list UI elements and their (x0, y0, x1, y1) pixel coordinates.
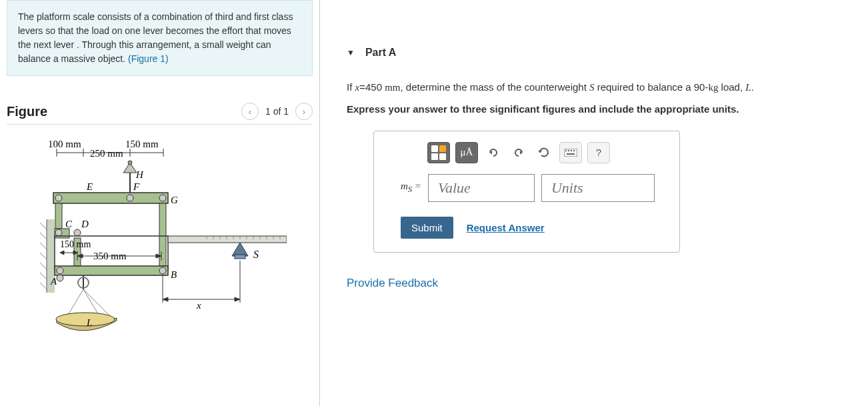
caret-down-icon: ▼ (347, 48, 355, 57)
question-text: If x=450 mm, determine the mass of the c… (347, 79, 855, 97)
svg-rect-90 (567, 153, 575, 155)
redo-button[interactable] (509, 142, 529, 163)
svg-text:B: B (171, 269, 177, 280)
keyboard-button[interactable] (559, 142, 582, 163)
figure-link[interactable]: (Figure 1) (128, 53, 169, 64)
svg-marker-58 (60, 251, 64, 255)
submit-button[interactable]: Submit (401, 217, 453, 239)
symbols-button[interactable]: μÅ (455, 142, 478, 163)
svg-text:100 mm: 100 mm (48, 139, 81, 149)
svg-rect-28 (55, 203, 62, 229)
svg-text:D: D (81, 219, 89, 229)
variable-label: mS = (401, 181, 421, 195)
svg-point-21 (55, 195, 62, 201)
problem-statement: The platform scale consists of a combina… (7, 0, 313, 76)
answer-box: μÅ ? mS = Submit Request Answer (373, 131, 680, 253)
svg-line-4 (40, 243, 47, 249)
help-button[interactable]: ? (587, 142, 610, 163)
svg-text:L: L (86, 317, 92, 328)
units-input[interactable] (541, 174, 655, 202)
svg-line-5 (40, 253, 47, 259)
svg-marker-80 (235, 297, 240, 301)
svg-text:S: S (253, 249, 259, 260)
svg-rect-19 (53, 193, 168, 203)
svg-text:150 mm: 150 mm (125, 139, 159, 149)
part-title: Part A (365, 47, 397, 59)
svg-text:C: C (65, 219, 73, 229)
svg-rect-40 (168, 236, 287, 243)
svg-point-31 (55, 229, 62, 236)
figure-navigation: ‹ 1 of 1 › (241, 103, 313, 120)
svg-text:150 mm: 150 mm (60, 239, 91, 249)
svg-text:G: G (171, 195, 178, 205)
answer-toolbar: μÅ ? (427, 142, 666, 163)
svg-point-32 (74, 229, 81, 236)
svg-point-18 (128, 161, 132, 165)
templates-button[interactable] (427, 142, 450, 163)
svg-text:F: F (133, 181, 140, 192)
svg-point-23 (159, 195, 166, 201)
svg-marker-79 (163, 297, 168, 301)
figure-counter: 1 of 1 (263, 106, 291, 117)
svg-rect-85 (564, 149, 577, 157)
svg-marker-84 (538, 151, 542, 153)
provide-feedback-link[interactable]: Provide Feedback (347, 277, 855, 290)
svg-rect-89 (573, 150, 575, 151)
undo-button[interactable] (483, 142, 503, 163)
svg-point-74 (56, 313, 115, 326)
svg-line-8 (40, 283, 47, 289)
svg-text:A: A (50, 276, 57, 287)
figure-title: Figure (7, 104, 47, 119)
svg-marker-53 (232, 243, 248, 256)
figure-diagram: 100 mm 250 mm 150 mm H E F G (7, 133, 287, 359)
svg-rect-54 (235, 255, 245, 259)
svg-rect-86 (565, 150, 567, 151)
figure-next-button[interactable]: › (295, 103, 313, 120)
svg-rect-37 (55, 266, 168, 275)
answer-instructions: Express your answer to three significant… (347, 103, 855, 115)
svg-point-38 (57, 267, 63, 274)
svg-point-66 (57, 275, 63, 281)
reset-button[interactable] (534, 142, 554, 163)
svg-text:x: x (196, 300, 201, 311)
svg-rect-88 (571, 150, 572, 151)
svg-line-2 (40, 223, 47, 229)
value-input[interactable] (428, 174, 535, 202)
svg-rect-87 (568, 150, 569, 151)
part-header[interactable]: ▼ Part A (347, 47, 855, 59)
svg-line-6 (40, 263, 47, 269)
svg-text:E: E (86, 181, 93, 192)
svg-point-39 (159, 267, 166, 274)
svg-text:H: H (135, 169, 144, 180)
request-answer-link[interactable]: Request Answer (467, 222, 545, 233)
figure-prev-button[interactable]: ‹ (241, 103, 259, 120)
svg-line-3 (40, 233, 47, 239)
svg-point-22 (127, 195, 133, 201)
svg-line-7 (40, 273, 47, 279)
svg-text:250 mm: 250 mm (90, 148, 123, 159)
